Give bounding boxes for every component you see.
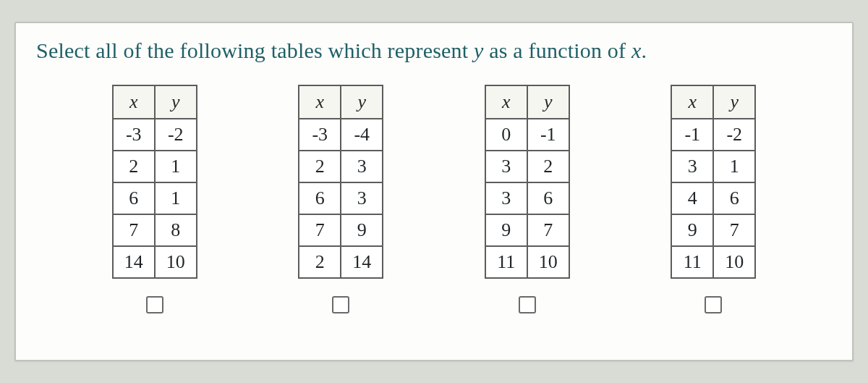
header-y: y <box>713 85 755 119</box>
cell-y: -2 <box>713 119 755 151</box>
table-row: 79 <box>299 214 383 246</box>
cell-x: -1 <box>671 119 713 151</box>
cell-y: 1 <box>155 182 197 214</box>
variable-y: y <box>474 38 484 62</box>
cell-y: -1 <box>527 119 569 151</box>
header-x: x <box>113 85 155 119</box>
table-row: 0-1 <box>485 119 569 151</box>
header-y: y <box>155 85 197 119</box>
cell-x: 3 <box>485 151 527 182</box>
select-table-2-checkbox[interactable] <box>332 296 349 313</box>
table-row: -3-2 <box>113 119 197 151</box>
cell-y: 6 <box>527 182 569 214</box>
table-header-row: x y <box>299 85 383 119</box>
header-y: y <box>527 85 569 119</box>
table-option-3: x y 0-1 32 36 97 1110 <box>485 85 570 313</box>
prompt-text-1: Select all of the following tables which… <box>36 38 474 62</box>
cell-y: 6 <box>713 182 755 214</box>
header-x: x <box>671 85 713 119</box>
xy-table-1: x y -3-2 21 61 78 1410 <box>112 85 197 279</box>
select-table-4-checkbox[interactable] <box>705 296 722 313</box>
table-row: 97 <box>485 214 569 246</box>
cell-x: 0 <box>485 119 527 151</box>
table-row: 46 <box>671 182 755 214</box>
cell-x: 11 <box>485 246 527 278</box>
table-row: 31 <box>671 151 755 182</box>
select-table-3-checkbox[interactable] <box>519 296 536 313</box>
table-row: 61 <box>113 182 197 214</box>
table-option-1: x y -3-2 21 61 78 1410 <box>112 85 197 313</box>
header-x: x <box>299 85 341 119</box>
table-row: 36 <box>485 182 569 214</box>
cell-x: -3 <box>113 119 155 151</box>
cell-x: 7 <box>299 214 341 246</box>
cell-y: 10 <box>155 246 197 278</box>
header-x: x <box>485 85 527 119</box>
table-row: 21 <box>113 151 197 182</box>
cell-x: 11 <box>671 246 713 278</box>
table-row: 1410 <box>113 246 197 278</box>
cell-x: 9 <box>485 214 527 246</box>
cell-x: 9 <box>671 214 713 246</box>
cell-y: 14 <box>341 246 383 278</box>
cell-x: 4 <box>671 182 713 214</box>
cell-x: 7 <box>113 214 155 246</box>
variable-x: x <box>631 38 642 62</box>
cell-y: -4 <box>341 119 383 151</box>
cell-y: 1 <box>155 151 197 182</box>
cell-x: 14 <box>113 246 155 278</box>
question-prompt: Select all of the following tables which… <box>36 36 832 66</box>
table-row: 1110 <box>485 246 569 278</box>
cell-y: 3 <box>341 182 383 214</box>
tables-row: x y -3-2 21 61 78 1410 x y -3-4 23 63 <box>36 85 832 313</box>
table-header-row: x y <box>113 85 197 119</box>
table-row: 214 <box>299 246 383 278</box>
prompt-text-3: . <box>641 38 647 62</box>
table-row: 78 <box>113 214 197 246</box>
cell-y: 7 <box>527 214 569 246</box>
table-row: 1110 <box>671 246 755 278</box>
xy-table-2: x y -3-4 23 63 79 214 <box>298 85 383 279</box>
header-y: y <box>341 85 383 119</box>
cell-x: 6 <box>299 182 341 214</box>
table-row: 32 <box>485 151 569 182</box>
cell-y: 2 <box>527 151 569 182</box>
cell-x: 2 <box>113 151 155 182</box>
cell-y: 10 <box>713 246 755 278</box>
table-option-2: x y -3-4 23 63 79 214 <box>298 85 383 313</box>
select-table-1-checkbox[interactable] <box>146 296 163 313</box>
cell-y: 7 <box>713 214 755 246</box>
cell-x: 2 <box>299 151 341 182</box>
table-row: 23 <box>299 151 383 182</box>
table-row: 63 <box>299 182 383 214</box>
cell-y: 9 <box>341 214 383 246</box>
worksheet-page: Select all of the following tables which… <box>14 22 854 361</box>
cell-y: 3 <box>341 151 383 182</box>
prompt-text-2: as a function of <box>484 38 631 62</box>
table-row: -1-2 <box>671 119 755 151</box>
cell-x: 3 <box>485 182 527 214</box>
cell-x: 2 <box>299 246 341 278</box>
cell-y: 8 <box>155 214 197 246</box>
xy-table-3: x y 0-1 32 36 97 1110 <box>485 85 570 279</box>
cell-y: 1 <box>713 151 755 182</box>
cell-y: -2 <box>155 119 197 151</box>
table-option-4: x y -1-2 31 46 97 1110 <box>671 85 756 313</box>
cell-x: 6 <box>113 182 155 214</box>
cell-y: 10 <box>527 246 569 278</box>
table-header-row: x y <box>485 85 569 119</box>
xy-table-4: x y -1-2 31 46 97 1110 <box>671 85 756 279</box>
table-row: 97 <box>671 214 755 246</box>
cell-x: -3 <box>299 119 341 151</box>
cell-x: 3 <box>671 151 713 182</box>
table-header-row: x y <box>671 85 755 119</box>
table-row: -3-4 <box>299 119 383 151</box>
